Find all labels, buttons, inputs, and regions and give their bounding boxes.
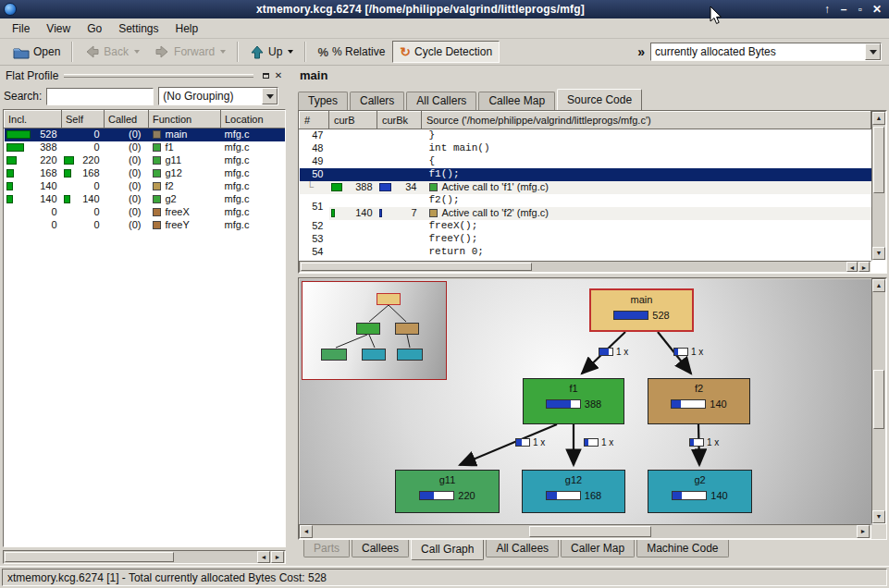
search-input[interactable] bbox=[46, 88, 154, 105]
column-header-curb[interactable]: curB bbox=[329, 112, 377, 129]
scroll-down-button[interactable]: ▼ bbox=[872, 510, 885, 523]
grouping-combobox[interactable]: (No Grouping) bbox=[158, 87, 278, 105]
column-header-source[interactable]: Source ('/home/philippe/valgrind/littlep… bbox=[422, 112, 871, 129]
shade-button[interactable]: ↑ bbox=[819, 3, 835, 16]
source-line-54[interactable]: 54 return 0; bbox=[300, 246, 871, 259]
tab-caller-map[interactable]: Caller Map bbox=[561, 540, 635, 557]
graph-node-f1[interactable]: f1388 bbox=[523, 378, 624, 424]
flat-profile-row-freeX[interactable]: 00(0)freeXmfg.c bbox=[5, 206, 287, 219]
source-call-annotation-row[interactable]: └38834Active call to 'f1' (mfg.c) bbox=[300, 181, 871, 194]
column-header-incl[interactable]: Incl. bbox=[5, 111, 62, 129]
tab-all-callees[interactable]: All Callees bbox=[486, 540, 559, 557]
scroll-left-button[interactable]: ◄ bbox=[257, 551, 270, 563]
event-type-dropdown-button[interactable] bbox=[865, 43, 881, 60]
menu-go[interactable]: Go bbox=[79, 20, 110, 37]
flat-profile-row-f1[interactable]: 3880(0)f1mfg.c bbox=[5, 141, 287, 154]
tab-parts[interactable]: Parts bbox=[303, 540, 350, 557]
source-line-51[interactable]: 51 f2(); bbox=[300, 194, 871, 207]
app-icon[interactable] bbox=[4, 3, 17, 16]
up-dropdown-caret[interactable] bbox=[288, 50, 293, 54]
forward-button[interactable]: Forward bbox=[147, 41, 233, 63]
scrollbar-thumb[interactable] bbox=[529, 526, 651, 537]
called-value: (0) bbox=[105, 180, 149, 193]
tab-types[interactable]: Types bbox=[298, 92, 348, 110]
scroll-left-button[interactable]: ◄ bbox=[846, 262, 858, 272]
source-line-53[interactable]: 53 freeY(); bbox=[300, 233, 871, 246]
flat-profile-row-g11[interactable]: 220220(0)g11mfg.c bbox=[5, 154, 287, 167]
tab-callers[interactable]: Callers bbox=[350, 92, 404, 110]
flat-profile-row-g12[interactable]: 168168(0)g12mfg.c bbox=[5, 167, 287, 180]
column-header-function[interactable]: Function bbox=[149, 111, 221, 129]
event-type-combobox[interactable]: currently allocated Bytes bbox=[650, 43, 882, 61]
scroll-left-button[interactable]: ◄ bbox=[300, 525, 313, 538]
dock-caption[interactable]: Flat Profile ✕ bbox=[4, 67, 285, 83]
back-dropdown-caret[interactable] bbox=[134, 50, 140, 54]
up-button[interactable]: Up bbox=[242, 41, 301, 64]
scroll-right-button[interactable]: ► bbox=[857, 525, 870, 538]
graph-node-f2[interactable]: f2140 bbox=[648, 378, 750, 424]
column-header-self[interactable]: Self bbox=[62, 111, 105, 129]
relative-toggle-button[interactable]: % % Relative bbox=[310, 42, 392, 63]
source-line-52[interactable]: 52 freeX(); bbox=[300, 220, 871, 233]
chevron-down-icon bbox=[870, 50, 877, 55]
graph-node-g2[interactable]: g2140 bbox=[648, 470, 752, 513]
cycle-detection-toggle-button[interactable]: ↻ Cycle Detection bbox=[392, 41, 500, 63]
tab-call-graph[interactable]: Call Graph bbox=[411, 540, 484, 560]
graph-node-g12[interactable]: g12168 bbox=[522, 470, 625, 513]
scroll-right-button[interactable]: ► bbox=[858, 262, 870, 272]
call-graph-canvas[interactable]: main528f1388f2140g11220g12168g21401 x1 x… bbox=[300, 279, 872, 525]
flat-profile-row-main[interactable]: 5280(0)mainmfg.c bbox=[5, 129, 287, 141]
menu-view[interactable]: View bbox=[38, 20, 79, 37]
column-header-line[interactable]: # bbox=[300, 112, 329, 129]
tab-all-callers[interactable]: All Callers bbox=[406, 92, 476, 110]
source-code-text: return 0; bbox=[422, 246, 871, 259]
graph-node-main[interactable]: main528 bbox=[589, 288, 694, 332]
column-header-curbk[interactable]: curBk bbox=[377, 112, 422, 129]
source-hscrollbar[interactable]: ◄ ► bbox=[299, 261, 871, 273]
column-header-location[interactable]: Location bbox=[221, 111, 287, 129]
flat-profile-row-g2[interactable]: 140140(0)g2mfg.c bbox=[5, 193, 287, 206]
scrollbar-thumb[interactable] bbox=[5, 552, 174, 562]
dock-drag-grip[interactable] bbox=[64, 74, 253, 78]
flat-profile-row-freeY[interactable]: 00(0)freeYmfg.c bbox=[5, 219, 287, 232]
tab-source-code[interactable]: Source Code bbox=[557, 89, 642, 110]
forward-dropdown-caret[interactable] bbox=[220, 50, 226, 54]
source-line-50[interactable]: 50 f1(); bbox=[300, 168, 871, 181]
maximize-button[interactable]: ▫ bbox=[852, 3, 869, 16]
scroll-right-button[interactable]: ► bbox=[271, 551, 284, 563]
location-value: mfg.c bbox=[221, 167, 287, 180]
dock-close-button[interactable]: ✕ bbox=[272, 69, 285, 82]
scrollbar-thumb[interactable] bbox=[873, 127, 884, 193]
tab-machine-code[interactable]: Machine Code bbox=[636, 540, 728, 557]
menu-file[interactable]: File bbox=[4, 20, 38, 37]
location-value: mfg.c bbox=[221, 129, 287, 141]
graph-hscrollbar[interactable]: ◄ ► bbox=[299, 524, 871, 539]
flat-profile-row-f2[interactable]: 1400(0)f2mfg.c bbox=[5, 180, 287, 193]
source-call-annotation-row[interactable]: 1407Active call to 'f2' (mfg.c) bbox=[300, 207, 871, 220]
graph-vscrollbar[interactable]: ▲ ▼ bbox=[871, 278, 886, 524]
toolbar-overflow-chevron[interactable]: » bbox=[637, 44, 645, 59]
graph-node-g11[interactable]: g11220 bbox=[395, 470, 500, 513]
back-button[interactable]: Back bbox=[77, 41, 147, 63]
minimize-button[interactable]: – bbox=[835, 3, 852, 16]
tab-callees[interactable]: Callees bbox=[352, 540, 409, 557]
close-button[interactable]: ✕ bbox=[869, 3, 885, 16]
menu-help[interactable]: Help bbox=[167, 20, 207, 37]
scrollbar-thumb[interactable] bbox=[873, 370, 884, 429]
scroll-up-button[interactable]: ▲ bbox=[872, 279, 885, 292]
titlebar[interactable]: xtmemory.kcg.6274 [/home/philippe/valgri… bbox=[0, 0, 889, 18]
source-vscrollbar[interactable]: ▲ ▼ bbox=[871, 111, 886, 261]
tab-callee-map[interactable]: Callee Map bbox=[478, 92, 555, 110]
source-line-48[interactable]: 48int main() bbox=[300, 142, 871, 155]
menu-settings[interactable]: Settings bbox=[110, 20, 167, 37]
scroll-up-button[interactable]: ▲ bbox=[872, 112, 885, 125]
scroll-down-button[interactable]: ▼ bbox=[872, 247, 885, 260]
scrollbar-thumb[interactable] bbox=[301, 263, 532, 271]
column-header-called[interactable]: Called bbox=[105, 111, 149, 129]
source-line-49[interactable]: 49{ bbox=[300, 155, 871, 168]
grouping-dropdown-button[interactable] bbox=[262, 88, 278, 104]
open-button[interactable]: Open bbox=[6, 42, 68, 63]
dock-float-button[interactable] bbox=[259, 69, 272, 82]
source-line-47[interactable]: 47 } bbox=[300, 129, 871, 142]
flat-profile-hscrollbar[interactable]: ◄ ► bbox=[3, 550, 286, 564]
